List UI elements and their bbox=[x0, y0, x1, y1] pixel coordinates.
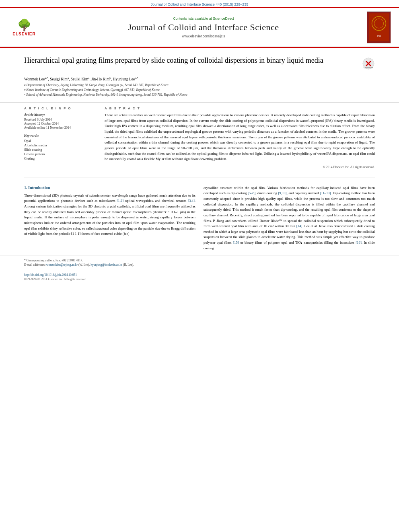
abstract-col: A B S T R A C T There are active researc… bbox=[105, 107, 375, 169]
keywords-section: Keywords: Opal Alcoholic media Slide coa… bbox=[24, 134, 97, 160]
article-info-col: A R T I C L E I N F O Article history: R… bbox=[24, 107, 97, 169]
article-info-abstract: A R T I C L E I N F O Article history: R… bbox=[0, 102, 399, 173]
keyword-slide: Slide coating bbox=[24, 148, 97, 152]
article-title: Hierarchical opal grating films prepared… bbox=[24, 55, 358, 65]
svg-text:CrossMark: CrossMark bbox=[364, 66, 374, 69]
journal-title-block: Contents lists available at ScienceDirec… bbox=[40, 16, 367, 38]
history-online: Available online 11 November 2014 bbox=[24, 126, 97, 129]
abstract-header: A B S T R A C T bbox=[105, 107, 375, 110]
history-title: Article history: bbox=[24, 113, 97, 117]
affil-b: b Korea Institute of Ceramic Engineering… bbox=[24, 88, 375, 92]
authors-section: Wonmok Leea,*, Seulgi Kima, Seulki Kima,… bbox=[0, 74, 399, 99]
intro-right-text: crystalline structure within the opal fi… bbox=[204, 185, 375, 251]
email-2[interactable]: hyunjung@kookmin.ac.kr bbox=[90, 263, 122, 267]
history-accepted: Accepted 12 October 2014 bbox=[24, 122, 97, 125]
doi-rights: 0021-9797/© 2014 Elsevier Inc. All right… bbox=[24, 277, 375, 281]
abstract-text: There are active researches on well orde… bbox=[105, 113, 375, 162]
keyword-opal: Opal bbox=[24, 139, 97, 143]
author-jinho: Jin-Ho Kim bbox=[91, 77, 109, 81]
author-hyunjung: Hyunjung Lee bbox=[113, 77, 135, 81]
doi-link[interactable]: http://dx.doi.org/10.1016/j.jcis.2014.10… bbox=[24, 273, 375, 277]
keyword-alcoholic: Alcoholic media bbox=[24, 143, 97, 147]
journal-reference: Journal of Colloid and Interface Science… bbox=[0, 0, 399, 7]
crossmark-icon[interactable]: CrossMark bbox=[362, 57, 375, 70]
article-title-section: Hierarchical opal grating films prepared… bbox=[0, 48, 399, 74]
author-seulki: Seulki Kim bbox=[71, 77, 88, 81]
elsevier-logo: 🌳 ELSEVIER bbox=[8, 18, 40, 36]
journal-cover-image: JCIS bbox=[367, 11, 391, 43]
history-received: Received 6 July 2014 bbox=[24, 118, 97, 121]
intro-title: 1. Introduction bbox=[24, 185, 195, 190]
section-divider bbox=[24, 177, 375, 177]
intro-left-col: 1. Introduction Three-dimensional (3D) p… bbox=[24, 185, 195, 251]
journal-url[interactable]: www.elsevier.com/locate/jcis bbox=[40, 34, 367, 38]
footnotes: * Corresponding authors. Fax: +82 2 3408… bbox=[0, 255, 399, 271]
keywords-title: Keywords: bbox=[24, 134, 97, 138]
introduction-section: 1. Introduction Three-dimensional (3D) p… bbox=[0, 181, 399, 255]
keyword-groove: Groove pattern bbox=[24, 152, 97, 156]
corresponding-note: * Corresponding authors. Fax: +82 2 3408… bbox=[24, 259, 375, 262]
doi-section: http://dx.doi.org/10.1016/j.jcis.2014.10… bbox=[0, 271, 399, 283]
intro-right-col: crystalline structure within the opal fi… bbox=[204, 185, 375, 251]
keyword-grating: Grating bbox=[24, 156, 97, 160]
article-info-header: A R T I C L E I N F O bbox=[24, 107, 97, 110]
authors-line: Wonmok Leea,*, Seulgi Kima, Seulki Kima,… bbox=[24, 76, 375, 81]
contents-available: Contents lists available at ScienceDirec… bbox=[40, 16, 367, 21]
author-seulgi: Seulgi Kim bbox=[50, 77, 68, 81]
copyright: © 2014 Elsevier Inc. All rights reserved… bbox=[105, 165, 375, 169]
author-wonmok: Wonmok Lee bbox=[24, 77, 45, 81]
email-1[interactable]: wonmoklee@sejong.ac.kr bbox=[46, 263, 78, 267]
email-note: E-mail addresses: wonmoklee@sejong.ac.kr… bbox=[24, 263, 375, 267]
affil-c: c School of Advanced Materials Engineeri… bbox=[24, 92, 375, 97]
journal-header: 🌳 ELSEVIER Contents lists available at S… bbox=[0, 7, 399, 47]
article-history: Article history: Received 6 July 2014 Ac… bbox=[24, 113, 97, 129]
intro-left-text: Three-dimensional (3D) photonic crystals… bbox=[24, 193, 195, 237]
svg-text:JCIS: JCIS bbox=[377, 35, 381, 37]
affil-a: a Department of Chemistry, Sejong Univer… bbox=[24, 83, 375, 88]
journal-name: Journal of Colloid and Interface Science bbox=[40, 22, 367, 33]
affiliations: a Department of Chemistry, Sejong Univer… bbox=[24, 83, 375, 97]
